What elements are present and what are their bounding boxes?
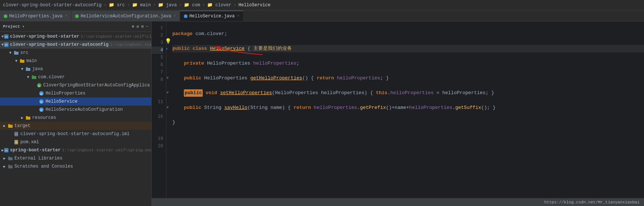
tab-icon-helloserviceauto — [75, 14, 79, 18]
package-icon — [31, 74, 37, 80]
svg-text:C: C — [40, 109, 43, 112]
tree-item-java[interactable]: ▼ java — [0, 65, 151, 73]
status-url: https://blog.csdn.net/Mr_tianyanxiaobai — [544, 200, 640, 205]
tree-item-helloserviceauto[interactable]: ▼ C HelloServiceAutoConfiguration — [0, 106, 151, 114]
tree-label-src: src — [20, 50, 28, 55]
code-line-19: } — [172, 119, 644, 126]
tree-label-helloservice: HelloService — [45, 99, 77, 104]
svg-text:m: m — [5, 35, 8, 38]
svg-text:C: C — [38, 84, 40, 87]
svg-text:C: C — [40, 100, 43, 104]
tree-arrow-main: ▼ — [13, 59, 19, 63]
code-line-5 — [172, 52, 644, 60]
sidebar-sync-icon[interactable]: ⊕ — [132, 24, 135, 29]
tree-label-resources: resources — [32, 115, 56, 120]
tree-label: clover-spring-boot-starter — [10, 34, 79, 39]
sidebar-dropdown-icon[interactable]: ▾ — [22, 24, 24, 29]
code-container: 1 2 3 4 5 6 7 8 11 16 19 20 — [152, 21, 644, 198]
tree-label-autoconfig: clover-spring-boot-starter-autoconfig — [10, 42, 108, 47]
breadcrumb-item-com[interactable]: 📁 com — [184, 2, 200, 8]
annotation-text-line4: 主要是我们的业务 — [253, 45, 292, 52]
iml-file-icon: iml — [13, 131, 19, 137]
tree-item-helloservice[interactable]: ▼ C HelloService — [0, 97, 151, 106]
tree-item-external-libs[interactable]: ▶ External Libraries — [0, 154, 151, 162]
tree-arrow-src: ▼ — [7, 51, 13, 55]
tree-arrow-resources: ▶ — [19, 116, 25, 120]
tab-helloserviceauto[interactable]: HelloServiceAutoConfiguration.java × — [71, 11, 180, 21]
fold-icon-16[interactable]: ▼ — [166, 104, 169, 111]
sidebar-gear-icon[interactable]: ⚙ — [141, 24, 144, 29]
tab-close-helloproperties[interactable]: × — [65, 14, 67, 18]
tree-item-src[interactable]: ▼ src — [0, 49, 151, 57]
warning-bulb-icon[interactable]: 💡 — [166, 38, 171, 45]
class-blue-icon-hs: C — [38, 99, 44, 104]
folder-java-icon — [25, 66, 31, 72]
tree-item-autoconfig[interactable]: ▼ m clover-spring-boot-starter-autoconfi… — [0, 41, 151, 49]
tab-helloproperties[interactable]: HelloProperties.java × — [0, 11, 71, 21]
tree-item-helloproperties[interactable]: ▼ C HelloProperties — [0, 89, 151, 97]
code-line-fold-8 — [172, 82, 644, 89]
tree-item-spring-starter[interactable]: ▶ m spring-boot-starter I:\springboot-st… — [0, 146, 151, 154]
sidebar: Project ▾ ⊕ ⇄ ⚙ − ▼ m clover-spring-boot… — [0, 21, 152, 206]
tree-item-main[interactable]: ▼ main — [0, 57, 151, 65]
tab-close-helloservice[interactable]: × — [237, 14, 239, 18]
tab-helloservice[interactable]: HelloService.java × — [180, 11, 243, 21]
tree-item-pom[interactable]: ▼ m pom.xml — [0, 138, 151, 146]
editor-area: 1 2 3 4 5 6 7 8 11 16 19 20 — [152, 21, 644, 206]
tree-item-comclover[interactable]: ▼ com.clover — [0, 73, 151, 81]
code-line-6: private HelloProperties helloProperties … — [172, 60, 644, 67]
class-name-helloservice: HelloService — [210, 45, 245, 52]
sidebar-arrows-icon[interactable]: ⇄ — [136, 24, 139, 29]
scratches-icon — [7, 164, 13, 169]
class-blue-icon-hp: C — [38, 90, 44, 96]
tab-icon-helloservice — [184, 14, 188, 18]
sidebar-header: Project ▾ ⊕ ⇄ ⚙ − — [0, 21, 151, 32]
tree-arrow-java: ▼ — [19, 67, 25, 71]
tree-label-iml: clover-spring-boot-starter-autoconfig.im… — [20, 131, 129, 137]
tree-label-comclover: com.clover — [38, 75, 65, 80]
tree-path-autoconfig: I:\springboot-start — [110, 42, 151, 47]
fold-icon-8[interactable]: ▼ — [166, 75, 169, 82]
tree-arrow-scratches: ▶ — [1, 164, 7, 169]
tree-arrow-target: ▶ — [1, 124, 7, 128]
status-bar: https://blog.csdn.net/Mr_tianyanxiaobai — [152, 198, 644, 206]
tree-label-extlibs: External Libraries — [14, 156, 63, 161]
xml-file-icon: m — [13, 139, 19, 145]
line-numbers: 1 2 3 4 5 6 7 8 11 16 19 20 — [152, 21, 166, 198]
tree-label-java: java — [32, 66, 43, 72]
breadcrumb-item-helloservice[interactable]: HelloService — [239, 3, 270, 8]
tab-label-helloserviceauto: HelloServiceAutoConfiguration.java — [81, 14, 171, 19]
fold-icon-11[interactable]: ▼ — [166, 89, 169, 97]
tab-icon-helloproperties — [4, 14, 7, 18]
tree-item-target[interactable]: ▶ target — [0, 122, 151, 130]
sidebar-title: Project — [3, 24, 20, 29]
sidebar-minimize-icon[interactable]: − — [146, 24, 148, 29]
code-editor[interactable]: package com.clover; 💡 ◆ public class Hel… — [166, 21, 644, 198]
tree-label-target: target — [14, 123, 30, 128]
tree-arrow-extlibs: ▶ — [1, 156, 7, 161]
code-line-12 — [172, 97, 644, 104]
code-line-16: ▼ public String sayHello ( String name) … — [172, 104, 644, 111]
gutter-icon-line4: ◆ — [166, 45, 168, 52]
tree-item-resources[interactable]: ▶ resources — [0, 114, 151, 122]
tree-item-clover-starter[interactable]: ▼ m clover-spring-boot-starter I:\spring… — [0, 32, 151, 41]
tree-item-scratches[interactable]: ▶ Scratches and Consoles — [0, 162, 151, 171]
code-line-20 — [172, 126, 644, 134]
tree-item-iml[interactable]: ▼ iml clover-spring-boot-starter-autocon… — [0, 130, 151, 138]
tree-item-appclass[interactable]: ▼ C CloverSpringBootStarterAutoConfigApp… — [0, 81, 151, 89]
breadcrumb-bar: clover-spring-boot-starter-autoconfig › … — [0, 0, 644, 10]
breadcrumb-item-module[interactable]: clover-spring-boot-starter-autoconfig — [3, 3, 101, 8]
code-line-7 — [172, 67, 644, 75]
tree-label-pom: pom.xml — [20, 140, 39, 145]
breadcrumb-item-src[interactable]: 📁 src — [109, 2, 125, 8]
class-blue-icon-hsa: C — [38, 107, 44, 113]
svg-text:C: C — [40, 92, 43, 96]
module-icon-autoconfig: m — [4, 42, 9, 48]
breadcrumb-item-java[interactable]: 📁 java — [158, 2, 177, 8]
breadcrumb-item-clover[interactable]: 📁 clover — [207, 2, 231, 8]
breadcrumb-item-main[interactable]: 📁 main — [132, 2, 151, 8]
folder-main-icon — [19, 58, 25, 64]
folder-resources-icon — [25, 115, 31, 121]
module-icon: m — [4, 34, 9, 40]
tab-close-helloserviceauto[interactable]: × — [174, 14, 176, 18]
